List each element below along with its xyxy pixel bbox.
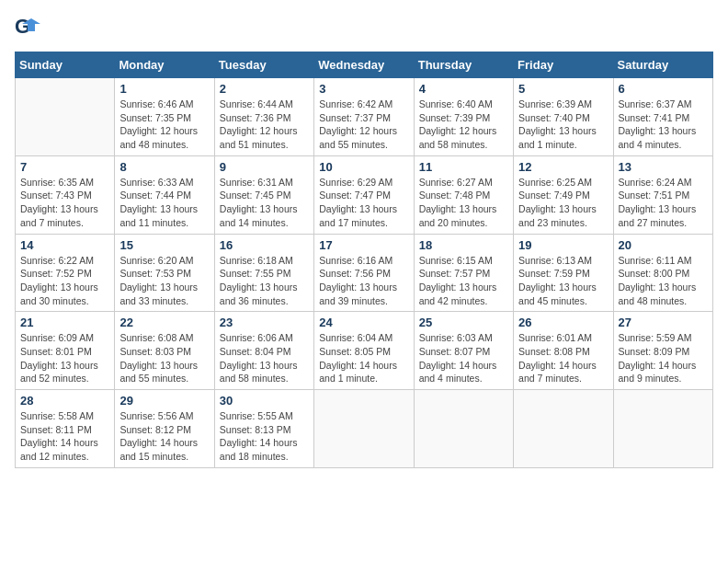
day-info: Sunrise: 5:56 AM Sunset: 8:12 PM Dayligh… [119, 409, 209, 464]
day-number: 11 [419, 160, 508, 174]
day-info: Sunrise: 6:04 AM Sunset: 8:05 PM Dayligh… [319, 331, 408, 385]
day-info: Sunrise: 6:24 AM Sunset: 7:51 PM Dayligh… [619, 176, 708, 230]
calendar-cell: 13Sunrise: 6:24 AM Sunset: 7:51 PM Dayli… [613, 155, 712, 234]
day-info: Sunrise: 6:20 AM Sunset: 7:53 PM Dayligh… [119, 254, 209, 308]
day-info: Sunrise: 6:39 AM Sunset: 7:40 PM Dayligh… [518, 98, 608, 152]
day-info: Sunrise: 5:55 AM Sunset: 8:13 PM Dayligh… [220, 409, 309, 464]
calendar-cell: 14Sunrise: 6:22 AM Sunset: 7:52 PM Dayli… [16, 234, 115, 312]
day-info: Sunrise: 6:44 AM Sunset: 7:36 PM Dayligh… [220, 98, 309, 152]
day-info: Sunrise: 6:09 AM Sunset: 8:01 PM Dayligh… [20, 331, 109, 385]
day-number: 7 [20, 160, 109, 174]
day-info: Sunrise: 6:35 AM Sunset: 7:43 PM Dayligh… [20, 176, 109, 230]
calendar-week-row: 28Sunrise: 5:58 AM Sunset: 8:11 PM Dayli… [16, 390, 713, 468]
day-number: 8 [119, 160, 209, 174]
calendar-cell: 17Sunrise: 6:16 AM Sunset: 7:56 PM Dayli… [314, 234, 414, 312]
calendar-week-row: 21Sunrise: 6:09 AM Sunset: 8:01 PM Dayli… [16, 312, 713, 390]
calendar-cell: 4Sunrise: 6:40 AM Sunset: 7:39 PM Daylig… [414, 78, 513, 156]
day-info: Sunrise: 5:59 AM Sunset: 8:09 PM Dayligh… [619, 331, 708, 385]
day-info: Sunrise: 6:31 AM Sunset: 7:45 PM Dayligh… [220, 176, 309, 230]
calendar-cell: 8Sunrise: 6:33 AM Sunset: 7:44 PM Daylig… [115, 155, 214, 234]
day-info: Sunrise: 6:40 AM Sunset: 7:39 PM Dayligh… [419, 98, 508, 152]
calendar-cell [613, 390, 712, 468]
day-number: 22 [119, 316, 209, 329]
calendar-cell: 28Sunrise: 5:58 AM Sunset: 8:11 PM Dayli… [16, 390, 115, 468]
column-header-monday: Monday [115, 52, 214, 78]
day-info: Sunrise: 6:46 AM Sunset: 7:35 PM Dayligh… [119, 98, 209, 152]
day-number: 23 [220, 316, 309, 329]
calendar-cell: 11Sunrise: 6:27 AM Sunset: 7:48 PM Dayli… [414, 155, 513, 234]
day-info: Sunrise: 6:22 AM Sunset: 7:52 PM Dayligh… [20, 254, 109, 308]
calendar-cell: 15Sunrise: 6:20 AM Sunset: 7:53 PM Dayli… [115, 234, 214, 312]
day-info: Sunrise: 6:27 AM Sunset: 7:48 PM Dayligh… [419, 176, 508, 230]
day-info: Sunrise: 6:03 AM Sunset: 8:07 PM Dayligh… [419, 331, 508, 385]
day-info: Sunrise: 5:58 AM Sunset: 8:11 PM Dayligh… [20, 409, 109, 464]
calendar-cell: 3Sunrise: 6:42 AM Sunset: 7:37 PM Daylig… [314, 78, 414, 156]
calendar-cell: 30Sunrise: 5:55 AM Sunset: 8:13 PM Dayli… [214, 390, 313, 468]
day-number: 19 [518, 238, 608, 252]
day-number: 26 [518, 316, 608, 329]
day-number: 18 [419, 238, 508, 252]
day-number: 14 [20, 238, 109, 252]
day-number: 12 [518, 160, 608, 174]
calendar-cell: 23Sunrise: 6:06 AM Sunset: 8:04 PM Dayli… [214, 312, 313, 390]
calendar-cell: 6Sunrise: 6:37 AM Sunset: 7:41 PM Daylig… [613, 78, 712, 156]
day-number: 15 [119, 238, 209, 252]
day-info: Sunrise: 6:25 AM Sunset: 7:49 PM Dayligh… [518, 176, 608, 230]
day-number: 5 [518, 82, 608, 96]
day-info: Sunrise: 6:13 AM Sunset: 7:59 PM Dayligh… [518, 254, 608, 308]
calendar-week-row: 7Sunrise: 6:35 AM Sunset: 7:43 PM Daylig… [16, 155, 713, 234]
logo: G [15, 15, 44, 40]
day-info: Sunrise: 6:11 AM Sunset: 8:00 PM Dayligh… [619, 254, 708, 308]
calendar-cell: 27Sunrise: 5:59 AM Sunset: 8:09 PM Dayli… [613, 312, 712, 390]
calendar-table: SundayMondayTuesdayWednesdayThursdayFrid… [15, 52, 713, 468]
calendar-week-row: 14Sunrise: 6:22 AM Sunset: 7:52 PM Dayli… [16, 234, 713, 312]
day-number: 29 [119, 394, 209, 408]
column-header-wednesday: Wednesday [314, 52, 414, 78]
calendar-cell: 12Sunrise: 6:25 AM Sunset: 7:49 PM Dayli… [514, 155, 613, 234]
calendar-cell [314, 390, 414, 468]
day-info: Sunrise: 6:37 AM Sunset: 7:41 PM Dayligh… [619, 98, 708, 152]
day-number: 13 [619, 160, 708, 174]
calendar-cell: 5Sunrise: 6:39 AM Sunset: 7:40 PM Daylig… [514, 78, 613, 156]
calendar-cell: 9Sunrise: 6:31 AM Sunset: 7:45 PM Daylig… [214, 155, 313, 234]
day-number: 16 [220, 238, 309, 252]
calendar-cell [514, 390, 613, 468]
page-header: G [15, 15, 713, 40]
column-header-tuesday: Tuesday [214, 52, 313, 78]
calendar-cell: 16Sunrise: 6:18 AM Sunset: 7:55 PM Dayli… [214, 234, 313, 312]
calendar-cell: 20Sunrise: 6:11 AM Sunset: 8:00 PM Dayli… [613, 234, 712, 312]
day-number: 3 [319, 82, 408, 96]
day-number: 4 [419, 82, 508, 96]
day-number: 2 [220, 82, 309, 96]
calendar-cell: 7Sunrise: 6:35 AM Sunset: 7:43 PM Daylig… [16, 155, 115, 234]
day-number: 9 [220, 160, 309, 174]
day-info: Sunrise: 6:33 AM Sunset: 7:44 PM Dayligh… [119, 176, 209, 230]
calendar-cell: 26Sunrise: 6:01 AM Sunset: 8:08 PM Dayli… [514, 312, 613, 390]
calendar-week-row: 1Sunrise: 6:46 AM Sunset: 7:35 PM Daylig… [16, 78, 713, 156]
day-number: 24 [319, 316, 408, 329]
day-info: Sunrise: 6:15 AM Sunset: 7:57 PM Dayligh… [419, 254, 508, 308]
day-number: 6 [619, 82, 708, 96]
calendar-header-row: SundayMondayTuesdayWednesdayThursdayFrid… [16, 52, 713, 78]
day-info: Sunrise: 6:29 AM Sunset: 7:47 PM Dayligh… [319, 176, 408, 230]
calendar-cell: 2Sunrise: 6:44 AM Sunset: 7:36 PM Daylig… [214, 78, 313, 156]
day-info: Sunrise: 6:06 AM Sunset: 8:04 PM Dayligh… [220, 331, 309, 385]
calendar-cell: 25Sunrise: 6:03 AM Sunset: 8:07 PM Dayli… [414, 312, 513, 390]
calendar-cell: 10Sunrise: 6:29 AM Sunset: 7:47 PM Dayli… [314, 155, 414, 234]
day-info: Sunrise: 6:18 AM Sunset: 7:55 PM Dayligh… [220, 254, 309, 308]
calendar-cell: 21Sunrise: 6:09 AM Sunset: 8:01 PM Dayli… [16, 312, 115, 390]
column-header-thursday: Thursday [414, 52, 513, 78]
column-header-sunday: Sunday [16, 52, 115, 78]
day-info: Sunrise: 6:42 AM Sunset: 7:37 PM Dayligh… [319, 98, 408, 152]
day-info: Sunrise: 6:01 AM Sunset: 8:08 PM Dayligh… [518, 331, 608, 385]
calendar-cell [414, 390, 513, 468]
calendar-cell: 18Sunrise: 6:15 AM Sunset: 7:57 PM Dayli… [414, 234, 513, 312]
column-header-saturday: Saturday [613, 52, 712, 78]
day-number: 25 [419, 316, 508, 329]
calendar-cell [16, 78, 115, 156]
day-number: 20 [619, 238, 708, 252]
day-number: 17 [319, 238, 408, 252]
day-info: Sunrise: 6:08 AM Sunset: 8:03 PM Dayligh… [119, 331, 209, 385]
day-number: 30 [220, 394, 309, 408]
day-number: 28 [20, 394, 109, 408]
